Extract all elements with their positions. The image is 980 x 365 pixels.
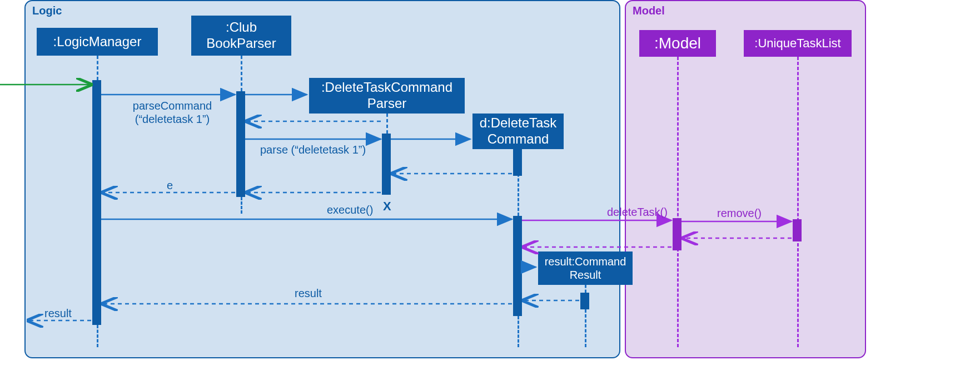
activation-unique-task-list — [793, 219, 802, 241]
lifeline-club-book-parser-bottom — [241, 197, 242, 214]
msg-delete-task: deleteTask() — [607, 206, 668, 219]
msg-parse-command: parseCommand (“deletetask 1”) — [117, 99, 228, 126]
participant-delete-task-command-parser: :DeleteTaskCommand Parser — [309, 78, 465, 114]
activation-model — [673, 218, 681, 250]
msg-result-return: result — [295, 287, 322, 300]
activation-dtcp — [382, 134, 391, 195]
lifeline-command-result — [585, 285, 586, 293]
destroy-marker: X — [383, 199, 391, 214]
sequence-diagram: Logic Model :LogicManager :Club BookPars… — [0, 0, 980, 365]
activation-command-result — [580, 293, 589, 309]
msg-result-final: result — [44, 307, 72, 320]
model-frame-label: Model — [633, 4, 665, 17]
lifeline-dtc-bottom — [518, 316, 519, 347]
participant-club-book-parser: :Club BookParser — [191, 16, 291, 56]
participant-model: :Model — [639, 30, 716, 57]
participant-logic-manager-label: :LogicManager — [53, 34, 142, 50]
lifeline-logic-manager-bottom — [97, 325, 98, 347]
participant-delete-task-command-label: d:DeleteTask Command — [480, 115, 557, 147]
activation-logic-manager — [92, 80, 101, 325]
lifeline-model — [677, 57, 679, 347]
participant-unique-task-list: :UniqueTaskList — [744, 30, 852, 57]
participant-logic-manager: :LogicManager — [37, 28, 158, 56]
msg-remove: remove() — [717, 207, 762, 220]
logic-frame-label: Logic — [32, 4, 62, 17]
msg-execute: execute() — [327, 204, 373, 216]
activation-club-book-parser — [236, 91, 245, 197]
participant-command-result: result:Command Result — [538, 251, 633, 285]
lifeline-club-book-parser — [241, 56, 242, 91]
msg-e: e — [167, 179, 173, 192]
participant-unique-task-list-label: :UniqueTaskList — [754, 36, 840, 51]
lifeline-dtcp — [386, 114, 388, 134]
lifeline-logic-manager — [97, 56, 98, 80]
participant-command-result-label: result:Command Result — [545, 255, 626, 282]
activation-dtc-create — [513, 149, 522, 176]
lifeline-command-result-bottom — [585, 309, 586, 347]
participant-club-book-parser-label: :Club BookParser — [200, 19, 282, 52]
activation-dtc-execute — [513, 216, 522, 316]
participant-model-label: :Model — [654, 34, 701, 53]
participant-delete-task-command: d:DeleteTask Command — [472, 114, 564, 149]
lifeline-unique-task-list — [797, 57, 799, 347]
msg-parse: parse (“deletetask 1”) — [260, 144, 366, 156]
participant-delete-task-command-parser-label: :DeleteTaskCommand Parser — [318, 80, 456, 112]
